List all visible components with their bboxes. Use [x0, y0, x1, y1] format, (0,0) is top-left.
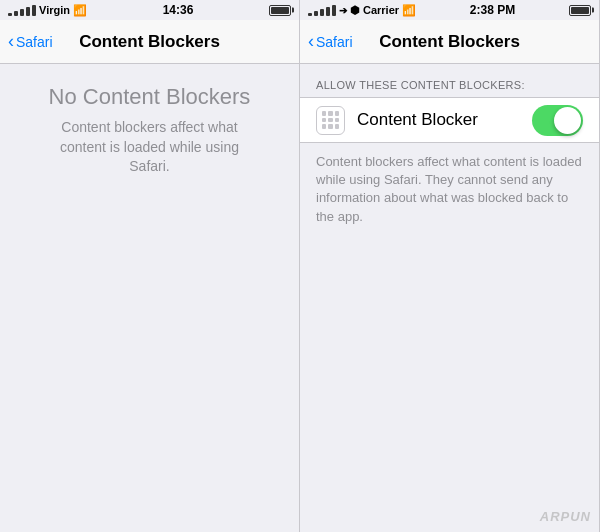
wifi-icon: 📶 — [73, 4, 87, 17]
right-signal-icon — [308, 5, 336, 16]
right-content: ALLOW THESE CONTENT BLOCKERS: Content Bl… — [300, 64, 599, 532]
left-content: No Content Blockers Content blockers aff… — [0, 64, 299, 532]
right-time-label: 2:38 PM — [470, 3, 515, 17]
empty-state: No Content Blockers Content blockers aff… — [0, 64, 299, 197]
left-status-right — [269, 5, 291, 16]
blocker-label: Content Blocker — [357, 110, 532, 130]
grid-icon — [322, 111, 340, 129]
right-status-left: ➔ ⬢ Carrier 📶 — [308, 4, 416, 17]
footer-text: Content blockers affect what content is … — [300, 143, 599, 236]
blocker-icon — [316, 106, 345, 135]
left-status-left: Virgin 📶 — [8, 4, 87, 17]
content-blocker-item: Content Blocker — [300, 98, 599, 142]
left-status-bar: Virgin 📶 14:36 — [0, 0, 299, 20]
empty-title: No Content Blockers — [49, 84, 251, 110]
bluetooth-icon: ⬢ — [350, 4, 360, 17]
section-header: ALLOW THESE CONTENT BLOCKERS: — [300, 64, 599, 97]
right-panel: ➔ ⬢ Carrier 📶 2:38 PM ‹ Safari Content B… — [300, 0, 600, 532]
right-back-label: Safari — [316, 34, 353, 50]
location-icon: ➔ — [339, 5, 347, 16]
battery-icon — [269, 5, 291, 16]
right-back-button[interactable]: ‹ Safari — [308, 33, 353, 50]
blocker-toggle[interactable] — [532, 105, 583, 136]
time-label: 14:36 — [163, 3, 194, 17]
right-nav-title: Content Blockers — [379, 32, 520, 52]
right-nav-bar: ‹ Safari Content Blockers — [300, 20, 599, 64]
left-nav-bar: ‹ Safari Content Blockers — [0, 20, 299, 64]
blocker-list: Content Blocker — [300, 97, 599, 143]
right-status-right — [569, 5, 591, 16]
right-chevron-left-icon: ‹ — [308, 32, 314, 50]
right-wifi-icon: 📶 — [402, 4, 416, 17]
watermark: ARPUN — [540, 509, 591, 524]
signal-icon — [8, 5, 36, 16]
empty-description: Content blockers affect what content is … — [50, 118, 250, 177]
right-battery-icon — [569, 5, 591, 16]
left-nav-title: Content Blockers — [79, 32, 220, 52]
chevron-left-icon: ‹ — [8, 32, 14, 50]
left-back-button[interactable]: ‹ Safari — [8, 33, 53, 50]
left-back-label: Safari — [16, 34, 53, 50]
carrier-label: Virgin — [39, 4, 70, 16]
right-carrier-label: Carrier — [363, 4, 399, 16]
right-status-bar: ➔ ⬢ Carrier 📶 2:38 PM — [300, 0, 599, 20]
toggle-knob — [554, 107, 581, 134]
left-panel: Virgin 📶 14:36 ‹ Safari Content Blockers… — [0, 0, 300, 532]
